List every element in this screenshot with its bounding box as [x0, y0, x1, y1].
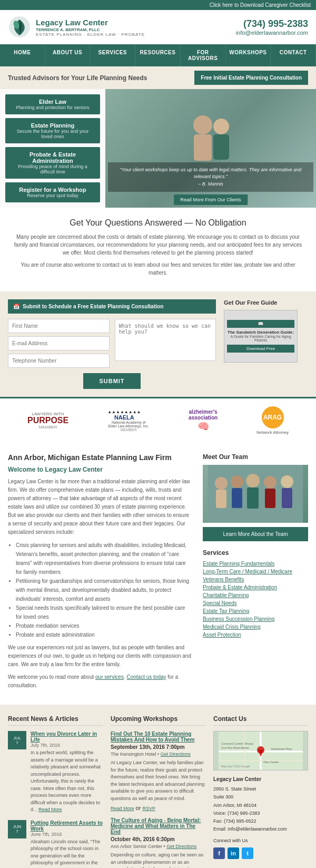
- service-9[interactable]: Medicaid Crisis Planning: [203, 624, 308, 630]
- phone-input[interactable]: [8, 354, 110, 368]
- contact-details: Legacy Law Center 2950 S. State Street S…: [213, 775, 308, 834]
- news-title-1[interactable]: When you Divorce Later in Life: [31, 731, 103, 743]
- workshop-location-1: The Kensington Hotel: [111, 752, 156, 757]
- hero-btn-elder-law[interactable]: Elder Law Planning and protection for se…: [5, 94, 100, 114]
- contact-us-link[interactable]: Contact us today: [126, 674, 166, 680]
- team-btn[interactable]: Learn More About the Team: [203, 527, 308, 541]
- naela-member-label: MEMBER: [107, 428, 150, 432]
- bullet-2: Petitioning for guardianships and conser…: [16, 577, 192, 603]
- service-8[interactable]: Business Succession Planning: [203, 616, 308, 622]
- hero-btn-estate[interactable]: Estate Planning Secure the future for yo…: [5, 118, 100, 143]
- linkedin-icon[interactable]: in: [228, 847, 239, 859]
- form-area: 📅 Submit to Schedule a Free Estate Plann…: [8, 299, 216, 389]
- form-header: 📅 Submit to Schedule a Free Estate Plann…: [8, 299, 216, 314]
- facebook-icon[interactable]: f: [213, 847, 225, 859]
- workshop-date-1: September 13th, 2016 7:00pm: [111, 744, 205, 750]
- nav-services[interactable]: SERVICES: [90, 44, 135, 66]
- no-obligation-para2: You are of course also welcome to contac…: [13, 261, 303, 277]
- nav-about[interactable]: ABOUT US: [45, 44, 91, 66]
- service-6[interactable]: Special Needs: [203, 600, 308, 606]
- guide-caption: The Sandwich Generation Guide:: [227, 330, 294, 335]
- nav-resources[interactable]: RESOURCES: [135, 44, 181, 66]
- submit-button[interactable]: SUBMIT: [83, 373, 140, 389]
- workshop-rsvp-1[interactable]: RSVP: [142, 806, 155, 811]
- hero-strip: Trusted Advisors for Your Life Planning …: [0, 66, 316, 89]
- workshop-title-1[interactable]: Find Out The 10 Estate Planning Mistakes…: [111, 731, 205, 743]
- twitter-icon[interactable]: t: [242, 847, 253, 859]
- message-textarea[interactable]: [115, 319, 216, 361]
- bullet-4: Probate mediation services: [16, 621, 192, 630]
- caregiver-checklist-bar[interactable]: Click here to Download Caregiver Checkli…: [0, 0, 316, 10]
- news-date-1: July 7th, 2016: [31, 743, 103, 748]
- alzheimer-label: alzheimer's: [189, 409, 218, 415]
- workshop-text-2: Depending on culture, aging can be seen …: [111, 852, 205, 868]
- news-readmore-1[interactable]: Read More: [38, 807, 62, 812]
- workshop-directions-1[interactable]: Get Directions: [161, 752, 191, 757]
- alzheimer-assoc-label: association: [189, 415, 218, 421]
- svg-text:Map data ©2016 Google: Map data ©2016 Google: [221, 765, 250, 768]
- service-2[interactable]: Long-Term Care / Medicaid / Medicare: [203, 569, 308, 574]
- first-name-input[interactable]: [8, 319, 110, 333]
- email-input[interactable]: [8, 336, 110, 350]
- map-area[interactable]: Concord Center Shops Cost Plus World Mar…: [213, 731, 308, 771]
- partner-arag: ARAG Network Attorney: [256, 406, 289, 435]
- workshop-readmore-1[interactable]: Read More: [111, 806, 134, 811]
- guide-download-btn[interactable]: Download Free: [227, 345, 294, 353]
- service-10[interactable]: Asset Protection: [203, 632, 308, 638]
- news-date-icon-2: JUN 7: [8, 820, 26, 838]
- header-email[interactable]: info@elderlawannarbor.com: [236, 30, 308, 36]
- svg-rect-8: [216, 490, 226, 508]
- svg-rect-10: [232, 488, 242, 508]
- svg-text:Concord Center Shops: Concord Center Shops: [221, 742, 253, 745]
- partners-section: LAWYERS WITH PURPOSE MEMBER ▲▲▲▲▲▲▲▲ NAE…: [0, 397, 316, 443]
- partner-alzheimer: alzheimer's association 🧠: [189, 409, 218, 432]
- naela-sub-label: National Academy of Elder Law Attorneys,…: [107, 421, 150, 428]
- service-5[interactable]: Charitable Planning: [203, 592, 308, 598]
- svg-text:Cost Plus World Market: Cost Plus World Market: [221, 746, 249, 749]
- logo-icon: [8, 15, 32, 39]
- logo-name: Legacy Law Center: [36, 18, 145, 27]
- contact-col: Contact Us Concord Center Shops Cost Plu…: [213, 715, 308, 868]
- workshop-loc-2: Ann Arbor Senior Center • Get Directions: [111, 844, 205, 849]
- nav-home[interactable]: HOME: [0, 44, 45, 66]
- service-4[interactable]: Probate & Estate Administration: [203, 584, 308, 590]
- form-section: 📅 Submit to Schedule a Free Estate Plann…: [0, 291, 316, 397]
- hero-btn-workshop[interactable]: Register for a Workshop Reserve your spo…: [5, 182, 100, 202]
- main-subtitle: Welcome to Legacy Law Center: [8, 466, 192, 473]
- svg-text:Eisenhower Pkwy: Eisenhower Pkwy: [271, 747, 292, 750]
- hero-btn-workshop-title: Register for a Workshop: [11, 187, 95, 193]
- hero-btn-estate-title: Estate Planning: [11, 122, 95, 129]
- workshop-text-1: At Legacy Law Center, we help families p…: [111, 759, 205, 802]
- read-more-clients-btn[interactable]: Read More From Our Clients: [174, 194, 248, 205]
- workshop-date-2: October 4th, 2016 6:30pm: [111, 836, 205, 842]
- svg-point-13: [264, 476, 276, 489]
- nav-workshops[interactable]: WORKSHOPS: [226, 44, 271, 66]
- news-body-1: In a perfect world, splitting the assets…: [31, 750, 101, 812]
- social-icons: f in t: [213, 847, 308, 859]
- partner-purpose-label: PURPOSE: [27, 416, 68, 425]
- service-1[interactable]: Estate Planning Fundamentals: [203, 561, 308, 567]
- hero-btn-probate[interactable]: Probate & Estate Administration Providin…: [5, 147, 100, 179]
- our-services-link[interactable]: our services: [95, 674, 124, 680]
- svg-rect-14: [265, 489, 275, 508]
- guide-title: Get Our Free Guide: [224, 299, 308, 306]
- news-body-2: Abraham Lincoln once said, "The philosop…: [31, 839, 102, 869]
- hero-btn-elder-law-title: Elder Law: [11, 99, 95, 105]
- header-phone[interactable]: (734) 995-2383: [236, 18, 308, 30]
- service-3[interactable]: Veterans Benefits: [203, 577, 308, 582]
- news-title-2[interactable]: Putting Retirement Assets to Work: [31, 820, 103, 832]
- nav-contact[interactable]: CONTACT: [271, 44, 316, 66]
- service-7[interactable]: Estate Tax Planning: [203, 608, 308, 614]
- guide-image: 📖 The Sandwich Generation Guide: A Guide…: [224, 310, 298, 363]
- bullet-3: Special needs trusts specifically tailor…: [16, 603, 192, 621]
- guide-area: Get Our Free Guide 📖 The Sandwich Genera…: [224, 299, 308, 389]
- contact-title: Contact Us: [213, 715, 308, 726]
- nav-advisors[interactable]: FOR ADVISORS: [181, 44, 226, 66]
- form-header-text: Submit to Schedule a Free Estate Plannin…: [23, 304, 163, 309]
- hero-consultation-btn[interactable]: Free Initial Estate Planning Consultatio…: [194, 71, 308, 85]
- workshop-title-2[interactable]: The Culture of Aging - Being Mortal: Med…: [111, 817, 205, 835]
- contact-email[interactable]: Email: info@elderlawannarbor.com: [213, 826, 287, 832]
- workshop-location-2: Ann Arbor Senior Center: [111, 844, 162, 849]
- hero-buttons-area: Elder Law Planning and protection for se…: [0, 89, 105, 208]
- workshop-directions-2[interactable]: Get Directions: [166, 844, 196, 849]
